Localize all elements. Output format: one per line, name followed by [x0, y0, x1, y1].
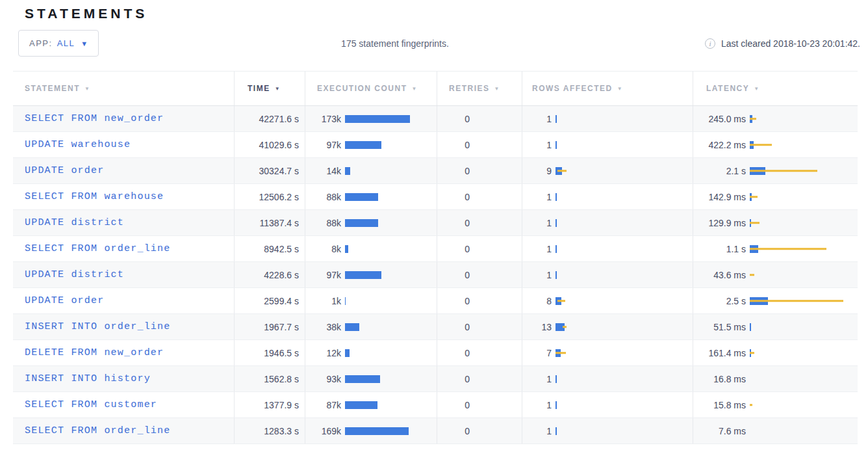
rows-affected-bar [555, 158, 693, 183]
latency-cell: 129.9 ms [693, 210, 858, 235]
caret-down-icon: ▼ [81, 40, 88, 47]
time-cell: 1967.7 s [234, 314, 305, 339]
retries-cell: 0 [437, 236, 522, 261]
latency-bar [750, 236, 858, 261]
statement-cell: SELECT FROM new_order [13, 106, 234, 131]
latency-value: 1.1 s [693, 244, 746, 254]
rows-affected-value: 1 [522, 140, 552, 150]
sort-desc-icon: ▼ [754, 86, 760, 92]
rows-affected-cell: 1 [522, 392, 693, 417]
statement-link[interactable]: SELECT FROM order_line [25, 425, 170, 436]
rows-affected-value: 1 [522, 114, 552, 124]
statement-link[interactable]: UPDATE district [25, 217, 124, 228]
execution-count-cell: 14k [305, 158, 437, 183]
column-header-execution-count[interactable]: EXECUTION COUNT ▼ [305, 72, 437, 105]
rows-affected-cell: 1 [522, 262, 693, 287]
app-filter-value: ALL [57, 38, 75, 48]
retries-bar [474, 210, 522, 235]
execution-count-cell: 1k [305, 288, 437, 313]
latency-bar [750, 158, 858, 183]
execution-count-cell: 38k [305, 314, 437, 339]
column-header-statement[interactable]: STATEMENT ▼ [13, 72, 234, 105]
statement-link[interactable]: DELETE FROM new_order [25, 347, 164, 358]
rows-affected-cell: 1 [522, 132, 693, 157]
statement-link[interactable]: INSERT INTO history [25, 373, 151, 384]
statement-link[interactable]: UPDATE order [25, 295, 104, 306]
latency-cell: 51.5 ms [693, 314, 858, 339]
sort-desc-icon: ▼ [617, 86, 623, 92]
table-row[interactable]: UPDATE warehouse 41029.6 s 97k 0 1 422.2… [13, 132, 858, 158]
column-header-rows-affected[interactable]: ROWS AFFECTED ▼ [522, 72, 693, 105]
execution-count-bar [345, 210, 437, 235]
execution-count-bar [345, 236, 437, 261]
time-cell: 4228.6 s [234, 262, 305, 287]
statement-link[interactable]: UPDATE district [25, 269, 124, 280]
rows-affected-value: 1 [522, 270, 552, 280]
statements-table: STATEMENT ▼ TIME ▼ EXECUTION COUNT ▼ RET… [13, 71, 858, 444]
execution-count-cell: 97k [305, 262, 437, 287]
latency-value: 43.6 ms [693, 270, 746, 280]
execution-count-value: 87k [305, 400, 341, 410]
execution-count-cell: 93k [305, 366, 437, 391]
table-row[interactable]: SELECT FROM order_line 1283.3 s 169k 0 1… [13, 418, 858, 444]
latency-cell: 1.1 s [693, 236, 858, 261]
statement-link[interactable]: UPDATE order [25, 165, 104, 176]
latency-cell: 161.4 ms [693, 340, 858, 365]
retries-cell: 0 [437, 340, 522, 365]
column-header-retries[interactable]: RETRIES ▼ [437, 72, 522, 105]
statement-link[interactable]: SELECT FROM customer [25, 399, 157, 410]
statement-cell: UPDATE order [13, 158, 234, 183]
rows-affected-bar [555, 314, 693, 339]
table-row[interactable]: UPDATE district 11387.4 s 88k 0 1 129.9 … [13, 210, 858, 236]
execution-count-cell: 12k [305, 340, 437, 365]
sort-desc-icon: ▼ [412, 86, 418, 92]
table-row[interactable]: SELECT FROM warehouse 12506.2 s 88k 0 1 … [13, 184, 858, 210]
table-row[interactable]: INSERT INTO order_line 1967.7 s 38k 0 13… [13, 314, 858, 340]
rows-affected-cell: 1 [522, 236, 693, 261]
app-filter-label: APP: [29, 38, 53, 48]
execution-count-bar [345, 262, 437, 287]
info-icon[interactable]: i [705, 38, 715, 49]
table-header-row: STATEMENT ▼ TIME ▼ EXECUTION COUNT ▼ RET… [13, 72, 858, 106]
statement-link[interactable]: SELECT FROM warehouse [25, 191, 164, 202]
retries-value: 0 [437, 374, 470, 384]
retries-cell: 0 [437, 262, 522, 287]
column-header-time[interactable]: TIME ▼ [234, 72, 305, 105]
statement-link[interactable]: SELECT FROM order_line [25, 243, 170, 254]
table-row[interactable]: UPDATE district 4228.6 s 97k 0 1 43.6 ms [13, 262, 858, 288]
table-row[interactable]: SELECT FROM order_line 8942.5 s 8k 0 1 1… [13, 236, 858, 262]
execution-count-bar [345, 366, 437, 391]
column-header-latency[interactable]: LATENCY ▼ [693, 72, 858, 105]
rows-affected-cell: 1 [522, 106, 693, 131]
retries-cell: 0 [437, 106, 522, 131]
latency-value: 2.1 s [693, 166, 746, 176]
execution-count-bar [345, 340, 437, 365]
table-row[interactable]: UPDATE order 30324.7 s 14k 0 9 2.1 s [13, 158, 858, 184]
statement-link[interactable]: INSERT INTO order_line [25, 321, 170, 332]
latency-cell: 422.2 ms [693, 132, 858, 157]
table-row[interactable]: SELECT FROM new_order 42271.6 s 173k 0 1… [13, 106, 858, 132]
latency-bar [750, 366, 858, 391]
latency-bar [750, 132, 858, 157]
latency-value: 16.8 ms [693, 374, 746, 384]
statement-link[interactable]: SELECT FROM new_order [25, 113, 164, 124]
execution-count-value: 88k [305, 192, 341, 202]
execution-count-value: 1k [305, 296, 341, 306]
rows-affected-bar [555, 340, 693, 365]
statement-cell: UPDATE order [13, 288, 234, 313]
rows-affected-value: 1 [522, 400, 552, 410]
execution-count-cell: 169k [305, 418, 437, 443]
time-cell: 11387.4 s [234, 210, 305, 235]
table-row[interactable]: SELECT FROM customer 1377.9 s 87k 0 1 15… [13, 392, 858, 418]
rows-affected-cell: 1 [522, 184, 693, 209]
latency-bar [750, 106, 858, 131]
table-row[interactable]: UPDATE order 2599.4 s 1k 0 8 2.5 s [13, 288, 858, 314]
latency-bar [750, 418, 858, 443]
statement-link[interactable]: UPDATE warehouse [25, 139, 131, 150]
latency-value: 245.0 ms [693, 114, 746, 124]
app-filter-dropdown[interactable]: APP: ALL ▼ [18, 30, 99, 57]
table-row[interactable]: DELETE FROM new_order 1946.5 s 12k 0 7 1… [13, 340, 858, 366]
retries-value: 0 [437, 140, 470, 150]
rows-affected-bar [555, 392, 693, 417]
table-row[interactable]: INSERT INTO history 1562.8 s 93k 0 1 16.… [13, 366, 858, 392]
